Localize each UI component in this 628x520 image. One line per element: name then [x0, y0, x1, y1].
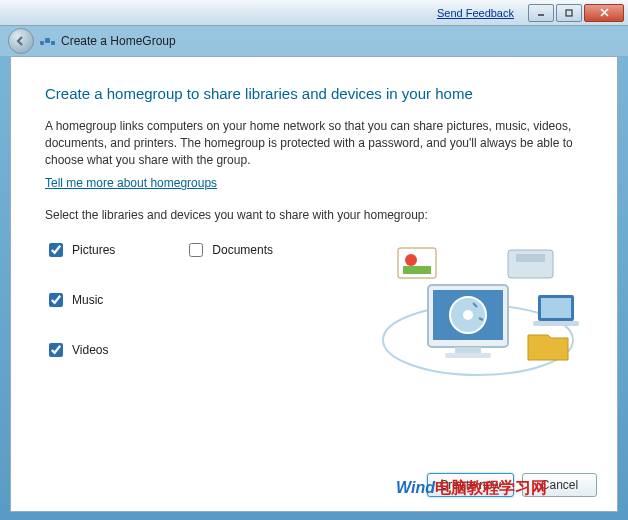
svg-rect-1 [566, 10, 572, 16]
documents-checkbox[interactable]: Documents [185, 240, 273, 260]
videos-checkbox-input[interactable] [49, 343, 63, 357]
svg-rect-9 [533, 321, 579, 326]
documents-label: Documents [212, 243, 273, 257]
window-controls [528, 4, 624, 22]
share-options-area: Pictures Music Videos Documents [45, 240, 583, 390]
music-checkbox[interactable]: Music [45, 290, 115, 310]
pictures-checkbox-input[interactable] [49, 243, 63, 257]
checkbox-grid: Pictures Music Videos Documents [45, 240, 273, 390]
watermark-part1: Wind [396, 479, 435, 496]
pictures-checkbox[interactable]: Pictures [45, 240, 115, 260]
titlebar: Send Feedback [0, 0, 628, 26]
minimize-button[interactable] [528, 4, 554, 22]
more-about-homegroups-link[interactable]: Tell me more about homegroups [45, 176, 583, 190]
watermark-part2: 电脑教程学习网 [435, 479, 547, 496]
svg-point-11 [405, 254, 417, 266]
close-button[interactable] [584, 4, 624, 22]
documents-checkbox-input[interactable] [189, 243, 203, 257]
music-checkbox-input[interactable] [49, 293, 63, 307]
svg-rect-6 [516, 254, 545, 262]
music-label: Music [72, 293, 103, 307]
maximize-button[interactable] [556, 4, 582, 22]
videos-label: Videos [72, 343, 108, 357]
send-feedback-link[interactable]: Send Feedback [437, 7, 514, 19]
svg-rect-18 [445, 353, 491, 358]
select-instruction: Select the libraries and devices you wan… [45, 208, 583, 222]
svg-point-16 [463, 310, 473, 320]
description-text: A homegroup links computers on your home… [45, 118, 583, 168]
content-panel: Create a homegroup to share libraries an… [10, 56, 618, 512]
svg-rect-12 [403, 266, 431, 274]
svg-rect-8 [541, 298, 571, 318]
homegroup-icon [40, 38, 55, 45]
pictures-label: Pictures [72, 243, 115, 257]
videos-checkbox[interactable]: Videos [45, 340, 115, 360]
page-heading: Create a homegroup to share libraries an… [45, 85, 583, 102]
nav-title: Create a HomeGroup [61, 34, 176, 48]
back-button[interactable] [8, 28, 34, 54]
watermark: Wind电脑教程学习网 [396, 478, 547, 499]
navbar: Create a HomeGroup [0, 26, 628, 56]
network-illustration [373, 240, 583, 390]
svg-rect-17 [455, 347, 481, 353]
back-arrow-icon [15, 35, 27, 47]
